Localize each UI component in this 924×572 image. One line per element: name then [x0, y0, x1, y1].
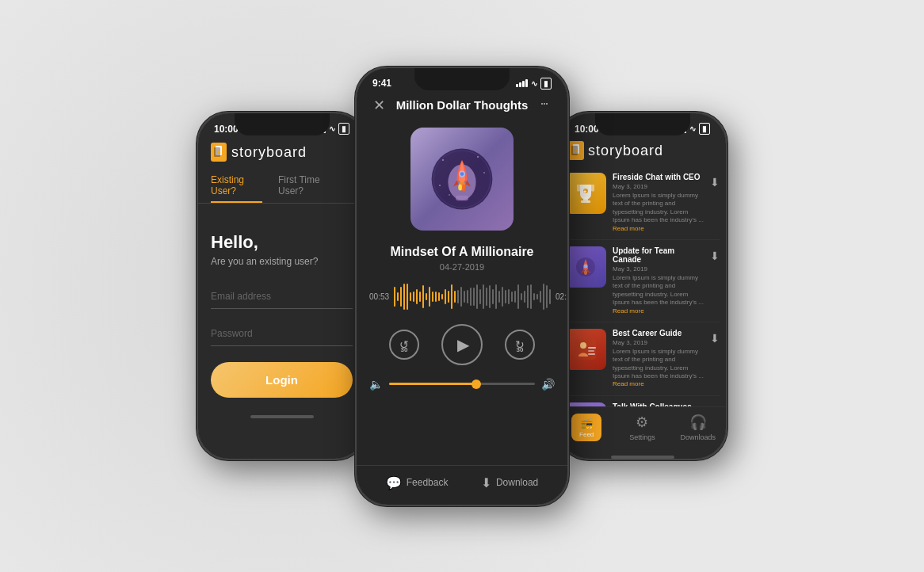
track-name: Mindset Of A Millionaire	[369, 245, 555, 259]
battery-icon: ▮	[338, 123, 349, 135]
svg-point-16	[462, 184, 466, 192]
downloads-nav-icon: 🎧	[689, 414, 707, 431]
center-phone: 9:41 ∿ ▮ ✕ Million D	[355, 67, 569, 506]
feed-list: Fireside Chat with CEO May 3, 2019 Lorem…	[559, 166, 726, 406]
feed-item-3[interactable]: Best Career Guide May 3, 2019 Lorem Ipsu…	[565, 322, 720, 396]
right-storyboard-logo-text: storyboard	[588, 143, 663, 159]
center-time: 9:41	[372, 78, 391, 89]
volume-knob[interactable]	[472, 379, 481, 389]
feed-item-2[interactable]: Update for Team Canade May 3, 2019 Lorem…	[565, 240, 720, 322]
svg-point-27	[580, 342, 586, 349]
feed-item-1[interactable]: Fireside Chat with CEO May 3, 2019 Lorem…	[565, 166, 720, 240]
nav-settings[interactable]: ⚙ Settings	[614, 414, 670, 441]
svg-point-6	[477, 156, 479, 158]
download-icon: ⬇	[481, 475, 491, 490]
play-button[interactable]: ▶	[441, 324, 483, 365]
svg-point-7	[483, 172, 485, 174]
svg-point-24	[584, 264, 588, 268]
download-label: Download	[496, 477, 538, 488]
storyboard-logo-text: storyboard	[231, 144, 307, 161]
feed-download-3[interactable]: ⬇	[710, 332, 720, 345]
feed-desc-1: Lorem Ipsum is simply dummy text of the …	[613, 192, 704, 233]
password-field[interactable]: Password	[211, 322, 353, 346]
download-button[interactable]: ⬇ Download	[481, 475, 538, 490]
svg-point-5	[442, 159, 444, 161]
tab-first-time-user[interactable]: First Time User?	[278, 170, 337, 203]
svg-point-2	[217, 151, 220, 154]
wifi-icon: ∿	[329, 124, 335, 133]
feed-title-2: Update for Team Canade	[613, 246, 704, 264]
time-elapsed: 00:53	[369, 292, 389, 301]
feed-thumb-3	[565, 329, 606, 370]
nav-downloads[interactable]: 🎧 Downloads	[670, 414, 726, 441]
center-battery-icon: ▮	[540, 78, 552, 90]
center-status-icons: ∿ ▮	[516, 78, 552, 90]
feed-info-1: Fireside Chat with CEO May 3, 2019 Lorem…	[613, 173, 704, 233]
right-screen-content: 10:00 ∿ ▮	[559, 113, 726, 459]
left-logo-header: storyboard	[198, 138, 365, 170]
feed-download-1[interactable]: ⬇	[710, 176, 720, 189]
login-body: Hello, Are you an existing user? Email a…	[198, 219, 365, 410]
login-button[interactable]: Login	[211, 362, 353, 398]
close-button[interactable]: ✕	[369, 96, 388, 115]
svg-point-13	[460, 172, 464, 176]
right-phone: 10:00 ∿ ▮	[557, 112, 727, 460]
more-options-button[interactable]: ···	[541, 95, 548, 114]
nav-settings-label: Settings	[629, 433, 655, 441]
skip-back-button[interactable]: ↺ 30	[389, 330, 419, 360]
read-more-2[interactable]: Read more	[613, 307, 644, 315]
feed-info-3: Best Career Guide May 3, 2019 Lorem Ipsu…	[613, 329, 704, 389]
feed-thumb-2	[565, 246, 606, 288]
tab-existing-user[interactable]: Existing User?	[211, 170, 262, 203]
right-storyboard-logo-icon	[568, 141, 584, 160]
svg-rect-26	[575, 339, 596, 360]
email-field[interactable]: Email address	[211, 284, 353, 309]
right-bottom-nav: 📻 Feed ⚙ Settings 🎧 Downloads	[559, 406, 726, 451]
storyboard-logo-icon	[211, 143, 227, 162]
feed-info-2: Update for Team Canade May 3, 2019 Lorem…	[613, 246, 704, 315]
center-screen-content: 9:41 ∿ ▮ ✕ Million D	[357, 68, 567, 505]
feed-date-1: May 3, 2019	[613, 183, 704, 190]
phones-container: 10:00 ∿ ▮	[197, 67, 727, 506]
svg-point-25	[584, 270, 587, 275]
player-top-bar: ✕ Million Dollar Thoughts ···	[357, 93, 567, 121]
player-title: Million Dollar Thoughts	[388, 98, 536, 112]
feed-nav-icon: 📻	[580, 417, 594, 429]
svg-rect-30	[588, 353, 595, 355]
feedback-label: Feedback	[407, 477, 449, 488]
read-more-3[interactable]: Read more	[613, 380, 644, 387]
skip-forward-button[interactable]: ↻ 30	[505, 330, 535, 360]
svg-point-19	[575, 149, 578, 152]
svg-rect-21	[581, 200, 590, 203]
left-screen-content: 10:00 ∿ ▮	[198, 113, 365, 459]
right-wifi-icon: ∿	[689, 124, 696, 133]
left-home-indicator	[250, 415, 314, 418]
greeting-text: Hello,	[211, 232, 353, 253]
svg-point-9	[449, 194, 450, 196]
feed-download-2[interactable]: ⬇	[710, 250, 720, 262]
waveform-container: 00:53 02:12	[357, 281, 567, 313]
feedback-button[interactable]: 💬 Feedback	[386, 475, 449, 490]
read-more-1[interactable]: Read more	[613, 225, 644, 232]
skip-fwd-label: 30	[517, 346, 524, 353]
feed-desc-2: Lorem Ipsum is simply dummy text of the …	[613, 274, 704, 315]
track-date: 04-27-2019	[357, 262, 567, 272]
volume-high-icon: 🔊	[541, 378, 555, 391]
left-phone: 10:00 ∿ ▮	[197, 112, 367, 460]
right-time: 10:00	[575, 124, 599, 135]
feed-date-3: May 3, 2019	[613, 339, 704, 346]
waveform[interactable]	[394, 281, 551, 313]
left-time: 10:00	[214, 124, 239, 135]
feedback-icon: 💬	[386, 475, 402, 490]
volume-track[interactable]	[389, 383, 535, 385]
album-art	[410, 128, 514, 231]
right-home-indicator	[611, 456, 674, 459]
center-bottom-bar: 💬 Feedback ⬇ Download	[357, 465, 567, 505]
feed-thumb-1	[565, 173, 606, 214]
volume-fill	[389, 383, 476, 385]
time-total: 02:12	[556, 292, 567, 301]
feed-title-1: Fireside Chat with CEO	[613, 173, 704, 181]
skip-back-label: 30	[401, 346, 408, 353]
feed-item-4[interactable]: Talk With Colleagues May 3, 2019 Lorem I…	[565, 396, 720, 406]
svg-point-8	[439, 185, 441, 186]
